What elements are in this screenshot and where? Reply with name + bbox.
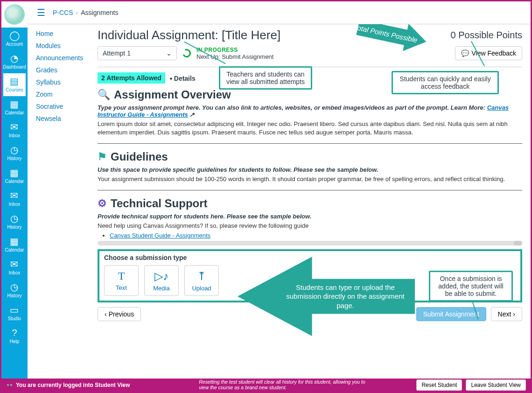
- student-view-bar: 👓 You are currently logged into Student …: [1, 379, 531, 392]
- course-nav-newsela[interactable]: Newsela: [36, 115, 94, 122]
- calendar-icon: ▦: [9, 168, 20, 178]
- chevron-down-icon: ▾: [170, 76, 172, 81]
- progress-status: IN PROGRESS: [196, 47, 273, 53]
- nav-account[interactable]: ◯Account: [3, 28, 26, 50]
- nav-history[interactable]: ◷History: [3, 211, 26, 233]
- course-nav-zoom[interactable]: Zoom: [36, 91, 94, 98]
- nav-studio[interactable]: ▭Studio: [3, 302, 26, 325]
- nav-dashboard[interactable]: ◔Dashboard: [3, 50, 26, 73]
- submission-type-text[interactable]: TText: [104, 265, 139, 296]
- breadcrumb: P-CCS › Assignments: [53, 9, 118, 16]
- reset-student-button[interactable]: Reset Student: [416, 379, 462, 391]
- horizontal-scrollbar[interactable]: [98, 241, 522, 246]
- course-nav-home[interactable]: Home: [36, 30, 94, 37]
- studio-icon: ▭: [9, 305, 20, 315]
- course-nav-socrative[interactable]: Socrative: [36, 103, 94, 110]
- overview-body: Lorem ipsum dolor sit amet, consectetur …: [98, 120, 522, 137]
- main-content: Individual Assignment: [Title Here] 0 Po…: [98, 24, 531, 379]
- text-icon: T: [118, 270, 125, 282]
- clock-icon: ◷: [9, 282, 20, 292]
- speech-bubble-icon: 💬: [461, 49, 469, 57]
- tech-heading: ⚙ Technical Support: [98, 197, 522, 210]
- gear-icon: ⚙: [98, 197, 107, 210]
- chevron-right-icon: ›: [513, 310, 515, 318]
- global-nav: ◯Account◔Dashboard▤Courses▦Calendar✉Inbo…: [1, 1, 28, 379]
- logo[interactable]: [1, 1, 28, 28]
- gauge-icon: ◔: [9, 53, 20, 63]
- tech-body: Need help using Canvas Assignments? If s…: [98, 222, 522, 230]
- chevron-down-icon: ⌄: [166, 49, 172, 57]
- sv-note: Resetting the test student will clear al…: [199, 379, 371, 390]
- previous-button[interactable]: ‹ Previous: [98, 307, 141, 321]
- person-icon: ◯: [9, 30, 20, 41]
- calendar-icon: ▦: [9, 99, 20, 109]
- help-icon: ?: [9, 328, 20, 338]
- breadcrumb-page: Assignments: [81, 9, 118, 16]
- tech-prompt: Provide technical support for students h…: [98, 213, 522, 220]
- overview-prompt: Type your assignment prompt here. You ca…: [98, 104, 522, 118]
- flag-icon: ⚑: [98, 151, 107, 163]
- annotation-feedback: Students can quickly and easily access f…: [392, 71, 499, 94]
- course-nav-modules[interactable]: Modules: [36, 42, 94, 49]
- nav-history[interactable]: ◷History: [3, 142, 26, 165]
- nav-help[interactable]: ?Help: [3, 325, 26, 348]
- nav-courses[interactable]: ▤Courses: [3, 73, 26, 96]
- tech-links: Canvas Student Guide - Assignments: [110, 232, 522, 239]
- nav-calendar[interactable]: ▦Calendar: [3, 233, 26, 256]
- view-feedback-button[interactable]: 💬 View Feedback: [455, 46, 522, 60]
- nav-calendar[interactable]: ▦Calendar: [3, 165, 26, 188]
- inbox-icon: ✉: [9, 190, 20, 201]
- annotation-submit: Once a submission is added, the student …: [429, 271, 513, 302]
- sv-text: You are currently logged into Student Vi…: [16, 382, 130, 388]
- chevron-right-icon: ›: [76, 9, 78, 16]
- attempts-badge: 2 Attempts Allowed: [98, 72, 165, 84]
- submission-type-media[interactable]: ▷♪Media: [144, 265, 179, 296]
- inbox-icon: ✉: [9, 122, 20, 132]
- possible-points: 0 Possible Points: [451, 30, 522, 41]
- external-link-icon: ↗: [189, 111, 195, 118]
- page-title: Individual Assignment: [Title Here]: [98, 28, 280, 42]
- magnifier-icon: 🔍: [98, 89, 110, 101]
- guidelines-body: Your assignment submission should be 100…: [98, 175, 522, 183]
- next-button[interactable]: Next ›: [491, 307, 522, 321]
- topbar: ☰ P-CCS › Assignments: [28, 1, 531, 24]
- course-nav-grades[interactable]: Grades: [36, 66, 94, 74]
- course-nav-announcements[interactable]: Announcements: [36, 54, 94, 62]
- attempt-selected: Attempt 1: [103, 49, 131, 57]
- breadcrumb-course[interactable]: P-CCS: [53, 9, 73, 16]
- leave-student-view-button[interactable]: Leave Student View: [466, 379, 526, 391]
- media-icon: ▷♪: [154, 270, 168, 283]
- guidelines-heading: ⚑ Guidelines: [98, 150, 522, 163]
- student-guide-link[interactable]: Canvas Student Guide - Assignments: [110, 232, 210, 239]
- nav-history[interactable]: ◷History: [3, 279, 26, 302]
- submission-type-upload[interactable]: ⤒Upload: [184, 265, 219, 296]
- nav-calendar[interactable]: ▦Calendar: [3, 96, 26, 119]
- glasses-icon: 👓: [6, 382, 13, 388]
- course-nav-syllabus[interactable]: Syllabus: [36, 78, 94, 86]
- annotation-attempts: Teachers and students can view all submi…: [219, 66, 312, 90]
- chevron-left-icon: ‹: [105, 310, 107, 318]
- nav-inbox[interactable]: ✉Inbox: [3, 256, 26, 279]
- progress-icon: [181, 48, 192, 58]
- course-nav: HomeModulesAnnouncementsGradesSyllabusZo…: [28, 24, 98, 379]
- nav-inbox[interactable]: ✉Inbox: [3, 188, 26, 211]
- calendar-icon: ▦: [9, 236, 20, 246]
- clock-icon: ◷: [9, 145, 20, 155]
- attempt-select[interactable]: Attempt 1 ⌄: [98, 46, 177, 60]
- book-icon: ▤: [9, 76, 20, 86]
- upload-icon: ⤒: [197, 270, 206, 283]
- nav-inbox[interactable]: ✉Inbox: [3, 119, 26, 142]
- hamburger-icon[interactable]: ☰: [37, 7, 45, 18]
- inbox-icon: ✉: [9, 259, 20, 269]
- clock-icon: ◷: [9, 213, 20, 224]
- guidelines-prompt: Use this space to provide specific guide…: [98, 166, 522, 173]
- details-toggle[interactable]: ▾ Details: [167, 75, 196, 82]
